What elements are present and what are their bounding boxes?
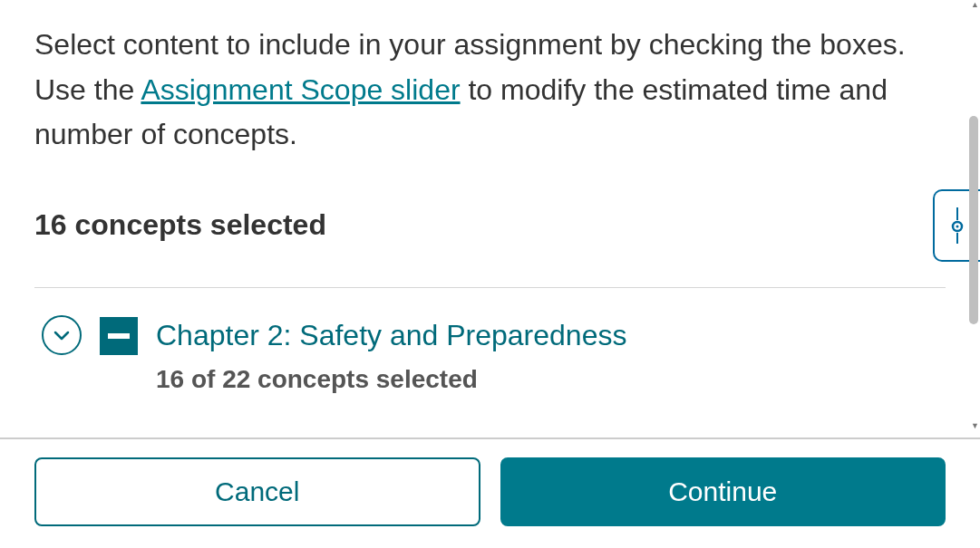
concepts-selected-count: 16 concepts selected: [34, 208, 326, 242]
scrollbar-thumb[interactable]: [969, 116, 978, 324]
scroll-down-arrow-icon: ▼: [971, 421, 979, 430]
chapter-text-block: Chapter 2: Safety and Preparedness 16 of…: [156, 315, 946, 394]
chapter-row: Chapter 2: Safety and Preparedness 16 of…: [42, 315, 946, 394]
action-button-bar: Cancel Continue: [0, 437, 980, 548]
chapter-concept-count: 16 of 22 concepts selected: [156, 365, 946, 394]
selected-summary-row: 16 concepts selected: [34, 189, 946, 262]
chapter-checkbox-indeterminate[interactable]: [100, 317, 138, 355]
cancel-button[interactable]: Cancel: [34, 457, 480, 526]
intro-paragraph: Select content to include in your assign…: [34, 23, 946, 158]
chapter-section: Chapter 2: Safety and Preparedness 16 of…: [34, 288, 946, 412]
chevron-down-icon: [53, 330, 70, 341]
main-content: Select content to include in your assign…: [0, 0, 980, 430]
svg-point-2: [956, 225, 959, 227]
assignment-scope-link[interactable]: Assignment Scope slider: [141, 73, 460, 106]
minus-icon: [108, 333, 130, 339]
slider-icon: [947, 206, 967, 245]
expand-chapter-button[interactable]: [42, 315, 82, 355]
scrollbar[interactable]: ▲ ▼: [967, 0, 980, 430]
scroll-up-arrow-icon: ▲: [971, 0, 979, 9]
chapter-title: Chapter 2: Safety and Preparedness: [156, 319, 946, 352]
continue-button[interactable]: Continue: [500, 457, 946, 526]
